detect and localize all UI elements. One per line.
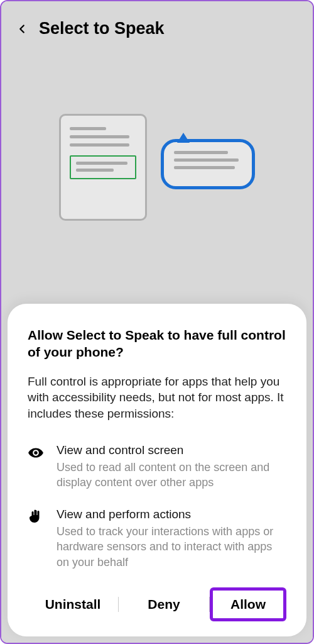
hand-icon [28, 508, 45, 570]
allow-button[interactable]: Allow [213, 591, 283, 618]
eye-icon [28, 443, 45, 491]
permission-perform-actions: View and perform actions Used to track y… [28, 508, 286, 570]
permission-dialog: Allow Select to Speak to have full contr… [8, 304, 306, 636]
permission-label: View and control screen [57, 443, 286, 457]
header: Select to Speak [1, 1, 313, 51]
permission-label: View and perform actions [57, 508, 286, 521]
dialog-body: Full control is appropriate for apps tha… [28, 374, 286, 422]
deny-button[interactable]: Deny [119, 588, 209, 621]
highlight-box-graphic [70, 155, 136, 179]
illustration [1, 114, 313, 221]
page-title: Select to Speak [39, 19, 165, 38]
speech-bubble-graphic [161, 139, 255, 189]
back-icon[interactable] [15, 22, 29, 36]
allow-highlight-annotation: Allow [210, 587, 286, 621]
uninstall-button[interactable]: Uninstall [28, 588, 118, 621]
permission-description: Used to read all content on the screen a… [57, 460, 286, 491]
dialog-buttons: Uninstall Deny Allow [28, 587, 286, 621]
document-graphic [59, 114, 147, 221]
dialog-title: Allow Select to Speak to have full contr… [28, 326, 286, 361]
permission-description: Used to track your interactions with app… [57, 524, 286, 570]
permission-view-screen: View and control screen Used to read all… [28, 443, 286, 491]
